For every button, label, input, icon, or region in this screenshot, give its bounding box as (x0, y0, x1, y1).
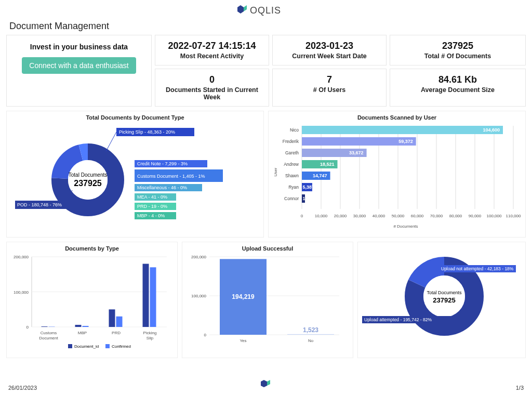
bar-label: 1,626 (302, 196, 314, 201)
bar (143, 264, 149, 327)
hbar-svg: 104,600Nico59,372Frederik33,672Gareth18,… (272, 123, 521, 232)
svg-text:30,000: 30,000 (353, 214, 366, 218)
bar-category: Nico (290, 127, 299, 133)
metric-label: Total # Of Documents (394, 52, 521, 60)
svg-text:70,000: 70,000 (430, 214, 443, 218)
svg-marker-78 (261, 380, 267, 387)
chart-docs-by-type-donut: Total Documents by Document Type Total D… (6, 111, 264, 238)
donut-center-value: 237925 (433, 296, 455, 304)
svg-text:60,000: 60,000 (411, 214, 424, 218)
callout-customs: Customs Document - 1,405 - 1% (135, 169, 223, 182)
svg-text:MBP - 4 - 0%: MBP - 4 - 0% (137, 213, 165, 218)
metric-week-start: 2023-01-23 Current Week Start Date (272, 35, 387, 65)
svg-rect-61 (68, 344, 72, 348)
svg-marker-1 (244, 5, 247, 11)
chart-title: Documents Scanned by User (272, 114, 522, 121)
footer-date: 26/01/2023 (8, 385, 37, 391)
bar (109, 309, 115, 327)
legend-item: Document_id (74, 344, 99, 349)
svg-marker-0 (237, 5, 244, 14)
svg-text:100,000: 100,000 (487, 214, 502, 218)
metric-num-users: 7 # Of Users (272, 69, 387, 107)
svg-text:10,000: 10,000 (315, 214, 328, 218)
callout-mbp: MBP - 4 - 0% (135, 212, 176, 219)
bar-label: 14,747 (313, 173, 327, 178)
bar-category: Andrew (284, 162, 299, 167)
bar-label: 33,672 (349, 150, 364, 155)
svg-text:Slip: Slip (147, 336, 154, 340)
metric-value: 2022-07-27 14:15:14 (159, 41, 264, 51)
svg-text:0: 0 (26, 325, 29, 330)
bar (75, 325, 82, 327)
bar (116, 317, 123, 327)
donut2-svg: Total Documents 237925 Upload not attemp… (361, 244, 517, 348)
bar-No (287, 334, 334, 335)
donut-center-label: Total Documents (427, 290, 462, 295)
cta-connect-button[interactable]: Connect with a data enthusiast (22, 57, 136, 74)
metric-value: 84.61 Kb (394, 74, 521, 85)
bar-label: 194,219 (232, 293, 255, 300)
svg-text:110,000: 110,000 (506, 214, 521, 218)
svg-text:Credit Note - 7,299 - 3%: Credit Note - 7,299 - 3% (137, 161, 188, 166)
chart-documents-by-type: Documents by Type 0100,000200,000 Custom… (6, 242, 178, 358)
donut-svg: Total Documents 237925 POD - 180,748 - 7… (10, 123, 259, 232)
svg-text:Document: Document (39, 336, 58, 340)
bar-category: Connor (284, 196, 299, 201)
callout-prd: PRD - 19 - 0% (135, 203, 176, 210)
callout-upload-attempted: Upload attempted - 195,742 - 82% (362, 316, 450, 323)
metric-total-docs: 237925 Total # Of Documents (390, 35, 526, 65)
page-title: Document Management (9, 21, 526, 32)
svg-text:PRD - 19 - 0%: PRD - 19 - 0% (137, 204, 167, 209)
svg-text:PRD: PRD (112, 331, 121, 335)
bar-Nico (302, 126, 503, 134)
svg-text:0: 0 (301, 214, 303, 218)
svg-text:Picking: Picking (143, 331, 157, 335)
svg-text:Upload not attempted - 42,183 : Upload not attempted - 42,183 - 18% (441, 266, 514, 271)
svg-text:40,000: 40,000 (373, 214, 385, 218)
svg-text:Yes: Yes (240, 338, 246, 343)
svg-text:MEA - 41 - 0%: MEA - 41 - 0% (137, 194, 167, 200)
metrics-grid: 2022-07-27 14:15:14 Most Recent Activity… (6, 35, 526, 107)
grouped-bar-svg: 0100,000200,000 CustomsDocumentMBPPRDPic… (10, 254, 176, 352)
svg-text:50,000: 50,000 (392, 214, 405, 218)
cta-card: Invest in your business data Connect wit… (6, 35, 152, 107)
metric-label: Documents Started in Current Week (159, 86, 264, 101)
svg-text:200,000: 200,000 (191, 255, 206, 259)
cta-title: Invest in your business data (11, 43, 147, 51)
legend-item: Confirmed (112, 344, 131, 349)
svg-text:MBP: MBP (78, 331, 87, 335)
svg-text:100,000: 100,000 (191, 294, 206, 298)
svg-text:Upload attempted - 195,742 - 8: Upload attempted - 195,742 - 82% (364, 317, 432, 322)
chart-scanned-by-user: Documents Scanned by User 104,600Nico59,… (268, 111, 526, 238)
callout-picking-slip: Picking Slip - 48,363 - 20% (106, 128, 194, 151)
svg-text:Customs: Customs (41, 331, 57, 335)
svg-line-11 (106, 132, 116, 151)
svg-text:80,000: 80,000 (449, 214, 462, 218)
metric-label: Current Week Start Date (277, 52, 382, 60)
svg-text:90,000: 90,000 (469, 214, 482, 218)
bar-label: 104,600 (483, 127, 500, 133)
svg-text:Picking Slip - 48,363 - 20%: Picking Slip - 48,363 - 20% (119, 129, 175, 135)
footer-page: 1/3 (516, 385, 524, 391)
metric-docs-started: 0 Documents Started in Current Week (155, 69, 269, 107)
brand-logo-header: OQLIS (6, 3, 526, 20)
svg-rect-62 (105, 344, 110, 348)
footer-logo-icon (261, 379, 271, 392)
chart-upload-attempt-donut: Total Documents 237925 Upload not attemp… (357, 242, 526, 358)
metric-recent-activity: 2022-07-27 14:15:14 Most Recent Activity (155, 35, 269, 65)
bar-label: 5,387 (302, 185, 314, 190)
svg-text:Miscellaneous - 46 - 0%: Miscellaneous - 46 - 0% (137, 185, 187, 190)
svg-text:200,000: 200,000 (14, 255, 29, 259)
donut-center-value: 237925 (74, 179, 101, 188)
svg-text:Customs Document - 1,405 - 1%: Customs Document - 1,405 - 1% (137, 174, 205, 179)
metric-label: Average Document Size (394, 86, 521, 94)
bar (150, 267, 156, 327)
bar-category: Ryan (288, 185, 299, 190)
metric-label: # Of Users (277, 86, 382, 94)
svg-text:0: 0 (204, 333, 207, 337)
callout-upload-not-attempted: Upload not attempted - 42,183 - 18% (439, 265, 516, 272)
y-axis-label: User (273, 167, 278, 176)
chart-upload-successful: Upload Successful 0100,000200,000 194,21… (182, 242, 353, 358)
donut-center-label: Total Documents (69, 172, 107, 178)
bar-category: Gareth (285, 150, 299, 155)
